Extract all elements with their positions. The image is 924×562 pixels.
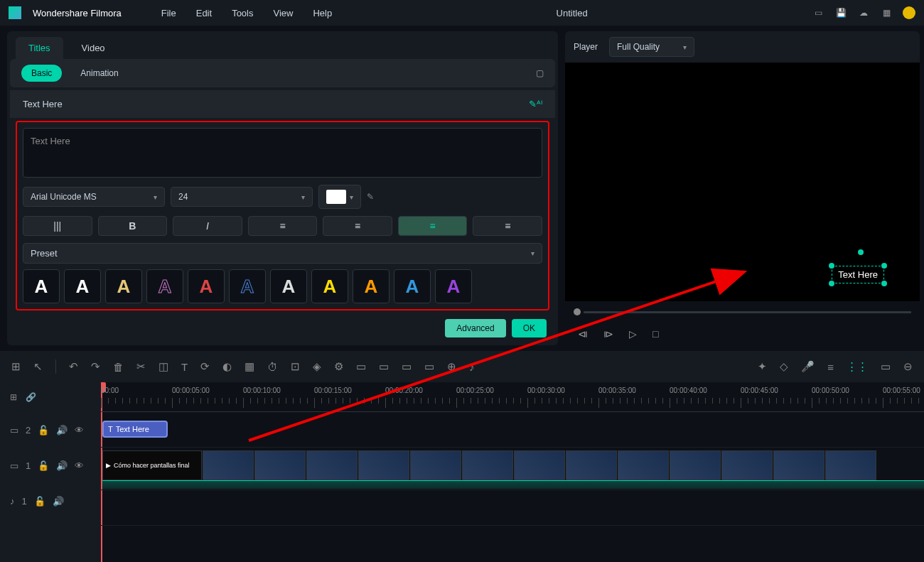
ok-button[interactable]: OK bbox=[512, 319, 547, 337]
timer-icon[interactable]: ⏱ bbox=[267, 361, 278, 373]
time-ruler[interactable]: 00:0000:00:05:0000:00:10:0000:00:15:0000… bbox=[101, 382, 924, 412]
menu-file[interactable]: File bbox=[161, 8, 176, 18]
preset-10[interactable]: A bbox=[394, 269, 431, 303]
align-center-button[interactable]: ≡ bbox=[323, 216, 392, 236]
video-clip[interactable] bbox=[514, 450, 565, 480]
link-icon[interactable]: 🔗 bbox=[26, 392, 36, 402]
stop-icon[interactable]: □ bbox=[652, 328, 658, 340]
preset-save-icon[interactable]: ▢ bbox=[536, 68, 544, 78]
preset-11[interactable]: A bbox=[435, 269, 472, 303]
mute-icon[interactable]: 🔊 bbox=[56, 460, 68, 471]
video-clip[interactable] bbox=[670, 450, 721, 480]
tool-icon-1[interactable]: ✦ bbox=[758, 360, 767, 373]
italic-button[interactable]: I bbox=[173, 216, 242, 236]
snap-icon[interactable]: ⋮⋮ bbox=[847, 360, 868, 373]
preset-5[interactable]: A bbox=[188, 269, 225, 303]
lock-icon[interactable]: 🔓 bbox=[34, 496, 45, 507]
crop-icon[interactable]: ◫ bbox=[159, 360, 168, 373]
marker-icon[interactable]: ◇ bbox=[780, 360, 788, 373]
grid-icon[interactable]: ▦ bbox=[880, 6, 893, 19]
color-dropdown[interactable]: ▾ bbox=[318, 185, 361, 209]
preset-9[interactable]: A bbox=[353, 269, 390, 303]
lock-icon[interactable]: 🔓 bbox=[38, 460, 49, 471]
mute-icon[interactable]: 🔊 bbox=[56, 425, 68, 436]
text-track[interactable]: TText Here bbox=[101, 412, 924, 448]
cut-icon[interactable]: ✂ bbox=[136, 360, 146, 373]
subtab-animation[interactable]: Animation bbox=[70, 65, 128, 82]
eye-icon[interactable]: 👁 bbox=[75, 425, 84, 436]
video-clip[interactable] bbox=[566, 450, 617, 480]
cloud-icon[interactable]: ☁ bbox=[857, 6, 870, 19]
align-left-button[interactable]: ≡ bbox=[248, 216, 318, 236]
icon-6[interactable]: ▭ bbox=[424, 360, 434, 373]
video-clip[interactable] bbox=[721, 450, 773, 480]
menu-view[interactable]: View bbox=[273, 8, 293, 18]
mixer-icon[interactable]: ≡ bbox=[827, 361, 834, 373]
video-track[interactable]: ▶Cómo hacer pantallas final bbox=[101, 448, 924, 490]
menu-help[interactable]: Help bbox=[313, 8, 332, 18]
tab-video[interactable]: Video bbox=[69, 37, 118, 59]
preset-8[interactable]: A bbox=[311, 269, 348, 303]
speed-icon[interactable]: ⟳ bbox=[200, 360, 210, 373]
font-size-dropdown[interactable]: 24▾ bbox=[171, 187, 313, 207]
preset-6[interactable]: A bbox=[229, 269, 266, 303]
play-icon[interactable]: ▷ bbox=[629, 328, 637, 340]
icon-2[interactable]: ◈ bbox=[313, 360, 321, 373]
preset-3[interactable]: A bbox=[105, 269, 142, 303]
next-frame-icon[interactable]: ⧐ bbox=[603, 328, 613, 340]
effect-icon[interactable]: ▦ bbox=[245, 360, 254, 373]
subtab-basic[interactable]: Basic bbox=[21, 65, 62, 82]
video-clip[interactable] bbox=[773, 450, 824, 480]
undo-icon[interactable]: ↶ bbox=[69, 360, 78, 373]
mute-icon[interactable]: 🔊 bbox=[53, 496, 64, 507]
video-clip[interactable] bbox=[203, 450, 254, 480]
prev-frame-icon[interactable]: ⧏ bbox=[578, 328, 588, 340]
user-avatar[interactable] bbox=[903, 6, 915, 19]
track-add-icon[interactable]: ⊞ bbox=[10, 392, 17, 402]
menu-edit[interactable]: Edit bbox=[196, 8, 212, 18]
tool-icon-2[interactable]: ▭ bbox=[881, 360, 891, 373]
scrubber[interactable] bbox=[565, 301, 920, 323]
video-clip[interactable] bbox=[358, 450, 409, 480]
advanced-button[interactable]: Advanced bbox=[445, 319, 505, 337]
video-clip[interactable] bbox=[825, 450, 876, 480]
adjust-icon[interactable]: ⚙ bbox=[334, 360, 343, 373]
bold-button[interactable]: B bbox=[98, 216, 168, 236]
color-icon[interactable]: ◐ bbox=[222, 360, 232, 373]
preset-dropdown[interactable]: Preset▾ bbox=[23, 243, 542, 264]
text-tool-icon[interactable]: T bbox=[181, 361, 188, 373]
zoom-out-icon[interactable]: ⊖ bbox=[903, 360, 913, 373]
audio-icon[interactable]: ♪ bbox=[469, 361, 475, 373]
add-icon[interactable]: ⊞ bbox=[11, 360, 21, 373]
text-overlay[interactable]: Text Here bbox=[832, 266, 884, 283]
video-clip-1[interactable]: ▶Cómo hacer pantallas final bbox=[102, 450, 202, 480]
preview-viewport[interactable]: Text Here bbox=[565, 63, 920, 301]
icon-4[interactable]: ▭ bbox=[379, 360, 389, 373]
eyedropper-icon[interactable]: ✎ bbox=[367, 192, 374, 202]
icon-5[interactable]: ▭ bbox=[402, 360, 412, 373]
preset-4[interactable]: A bbox=[146, 269, 183, 303]
ai-edit-icon[interactable]: ✎ᴬᴵ bbox=[529, 99, 542, 109]
video-clip[interactable] bbox=[462, 450, 513, 480]
mic-icon[interactable]: 🎤 bbox=[801, 360, 815, 373]
lock-icon[interactable]: 🔓 bbox=[38, 425, 49, 436]
video-clip[interactable] bbox=[618, 450, 669, 480]
text-clip[interactable]: TText Here bbox=[102, 421, 168, 438]
audio-track[interactable] bbox=[101, 490, 924, 526]
redo-icon[interactable]: ↷ bbox=[91, 360, 100, 373]
icon-1[interactable]: ⊡ bbox=[291, 360, 300, 373]
save-icon[interactable]: 💾 bbox=[834, 6, 847, 19]
video-clip[interactable] bbox=[306, 450, 358, 480]
menu-tools[interactable]: Tools bbox=[232, 8, 253, 18]
text-input[interactable]: Text Here bbox=[23, 128, 542, 178]
preset-1[interactable]: A bbox=[23, 269, 60, 303]
delete-icon[interactable]: 🗑 bbox=[113, 361, 124, 373]
quality-dropdown[interactable]: Full Quality▾ bbox=[609, 37, 694, 57]
preset-2[interactable]: A bbox=[64, 269, 101, 303]
icon-3[interactable]: ▭ bbox=[356, 360, 366, 373]
spacing-button[interactable]: ||| bbox=[23, 216, 92, 236]
preset-7[interactable]: A bbox=[270, 269, 307, 303]
font-family-dropdown[interactable]: Arial Unicode MS▾ bbox=[23, 187, 165, 207]
video-clip[interactable] bbox=[254, 450, 306, 480]
pointer-icon[interactable]: ↖ bbox=[33, 360, 43, 373]
